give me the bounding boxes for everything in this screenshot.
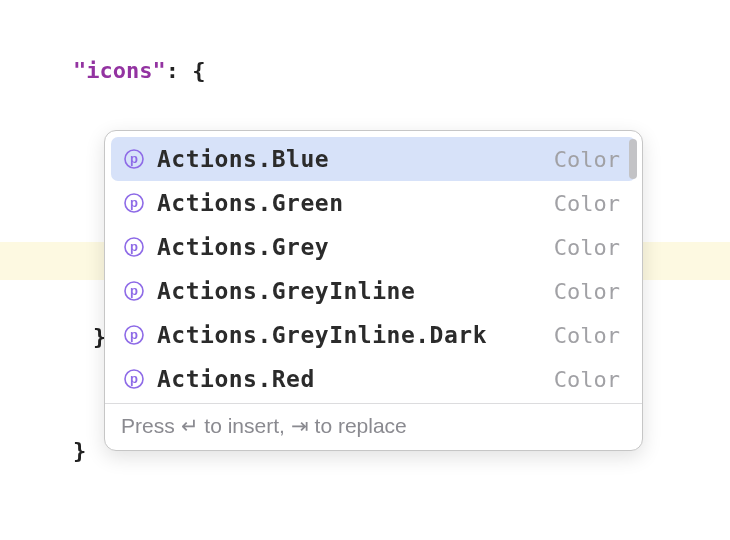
completion-label: Actions.Red (157, 366, 554, 392)
svg-text:p: p (130, 151, 138, 166)
completion-type: Color (554, 191, 620, 216)
tab-key-icon: ⇥ (291, 414, 309, 437)
footer-text: to replace (309, 414, 407, 437)
colon-brace: : { (166, 58, 206, 83)
property-icon: p (121, 190, 147, 216)
completion-item[interactable]: p Actions.GreyInline.Dark Color (111, 313, 636, 357)
close-brace-2: } (73, 438, 86, 463)
footer-text: to insert, (199, 414, 291, 437)
completion-type: Color (554, 279, 620, 304)
svg-text:p: p (130, 195, 138, 210)
completion-label: Actions.Grey (157, 234, 554, 260)
completion-item[interactable]: p Actions.Grey Color (111, 225, 636, 269)
completion-item[interactable]: p Actions.Green Color (111, 181, 636, 225)
completion-type: Color (554, 323, 620, 348)
completion-label: Actions.GreyInline (157, 278, 554, 304)
property-icon: p (121, 322, 147, 348)
completion-footer-hint: Press ↵ to insert, ⇥ to replace (105, 403, 642, 450)
completion-type: Color (554, 147, 620, 172)
completion-item[interactable]: p Actions.GreyInline Color (111, 269, 636, 313)
code-line-1: "icons": { (20, 14, 730, 128)
completion-list[interactable]: p Actions.Blue Color p Actions.Green Col… (105, 131, 642, 403)
svg-text:p: p (130, 371, 138, 386)
json-key-icons: "icons" (73, 58, 166, 83)
completion-label: Actions.Blue (157, 146, 554, 172)
completion-item[interactable]: p Actions.Red Color (111, 357, 636, 401)
property-icon: p (121, 146, 147, 172)
svg-text:p: p (130, 239, 138, 254)
completion-label: Actions.GreyInline.Dark (157, 322, 554, 348)
completion-item[interactable]: p Actions.Blue Color (111, 137, 636, 181)
svg-text:p: p (130, 283, 138, 298)
enter-key-icon: ↵ (181, 414, 199, 437)
svg-text:p: p (130, 327, 138, 342)
property-icon: p (121, 278, 147, 304)
completion-type: Color (554, 235, 620, 260)
property-icon: p (121, 234, 147, 260)
completion-popup[interactable]: p Actions.Blue Color p Actions.Green Col… (104, 130, 643, 451)
property-icon: p (121, 366, 147, 392)
footer-text: Press (121, 414, 181, 437)
completion-type: Color (554, 367, 620, 392)
scrollbar-thumb[interactable] (629, 139, 637, 179)
completion-label: Actions.Green (157, 190, 554, 216)
